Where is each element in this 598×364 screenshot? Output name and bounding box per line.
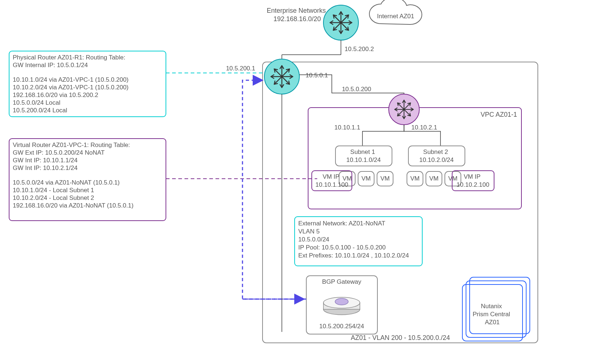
subnet2-gw: 10.10.2.1 bbox=[411, 124, 437, 131]
svg-text:192.168.16.0/20 via 10.5.200.2: 192.168.16.0/20 via 10.5.200.2 bbox=[13, 92, 98, 98]
svg-text:Internet AZ01: Internet AZ01 bbox=[377, 13, 414, 20]
svg-text:VM: VM bbox=[380, 175, 390, 182]
svg-text:IP Pool: 10.5.0.100 - 10.5.0.2: IP Pool: 10.5.0.100 - 10.5.0.200 bbox=[298, 244, 386, 251]
svg-text:External Network: AZ01-NoNAT: External Network: AZ01-NoNAT bbox=[298, 220, 385, 227]
subnet1-gw: 10.10.1.1 bbox=[334, 124, 360, 131]
vm-row: VM VM VM VM VM VM bbox=[339, 171, 461, 186]
svg-text:Physical Router AZ01-R1: Routi: Physical Router AZ01-R1: Routing Table: bbox=[13, 54, 125, 61]
bgp-title: BGP Gateway bbox=[322, 278, 361, 285]
bgp-to-physrouter-arrow bbox=[242, 80, 306, 299]
svg-text:10.10.1.0/24 via AZ01-VPC-1 (1: 10.10.1.0/24 via AZ01-VPC-1 (10.5.0.200) bbox=[13, 76, 129, 83]
svg-text:10.10.2.0/24 - Local Subnet 2: 10.10.2.0/24 - Local Subnet 2 bbox=[13, 194, 94, 201]
bgp-ip: 10.5.200.254/24 bbox=[319, 323, 364, 330]
svg-text:GW Int IP: 10.10.1.1/24: GW Int IP: 10.10.1.1/24 bbox=[13, 157, 78, 164]
subnet1-label: Subnet 1 10.10.1.0/24 bbox=[346, 148, 381, 163]
vpc-title: VPC AZ01-1 bbox=[481, 111, 517, 118]
vpc-router-ip: 10.5.0.200 bbox=[342, 86, 371, 93]
svg-point-49 bbox=[335, 298, 348, 305]
enterprise-link-ip: 10.5.200.2 bbox=[345, 46, 374, 53]
svg-text:10.10.1.0/24 - Local Subnet 1: 10.10.1.0/24 - Local Subnet 1 bbox=[13, 187, 94, 194]
svg-text:192.168.16.0/20 via AZ01-NoNAT: 192.168.16.0/20 via AZ01-NoNAT (10.5.0.1… bbox=[13, 202, 133, 209]
svg-text:VLAN 5: VLAN 5 bbox=[298, 228, 320, 235]
bgp-device-icon bbox=[323, 297, 360, 315]
svg-text:GW Internal IP: 10.5.0.1/24: GW Internal IP: 10.5.0.1/24 bbox=[13, 62, 88, 69]
svg-text:VM: VM bbox=[361, 175, 371, 182]
svg-text:10.5.200.0/24 Local: 10.5.200.0/24 Local bbox=[13, 107, 67, 114]
subnet2-label: Subnet 2 10.10.2.0/24 bbox=[419, 148, 454, 163]
physical-router-routing-box: Physical Router AZ01-R1: Routing Table: … bbox=[9, 51, 166, 117]
physical-router-icon bbox=[264, 59, 299, 94]
prism-central-stack: Nutanix Prism Central AZ01 bbox=[462, 277, 530, 341]
virtual-router-routing-box: Virtual Router AZ01-VPC-1: Routing Table… bbox=[9, 139, 166, 221]
svg-text:10.10.2.0/24 via AZ01-VPC-1 (1: 10.10.2.0/24 via AZ01-VPC-1 (10.5.0.200) bbox=[13, 84, 129, 91]
internet-cloud: Internet AZ01 bbox=[369, 0, 422, 24]
enterprise-label: Enterprise Networks 192.168.16.0/20 bbox=[267, 7, 327, 23]
vpc-container bbox=[308, 108, 521, 209]
svg-text:Ext Prefixes: 10.10.1.0/24 , 1: Ext Prefixes: 10.10.1.0/24 , 10.10.2.0/2… bbox=[298, 252, 409, 259]
svg-text:Virtual Router AZ01-VPC-1: Rou: Virtual Router AZ01-VPC-1: Routing Table… bbox=[13, 142, 130, 148]
svg-text:GW Ext IP: 10.5.0.200/24 NoNAT: GW Ext IP: 10.5.0.200/24 NoNAT bbox=[13, 149, 105, 156]
svg-text:VM: VM bbox=[448, 175, 458, 182]
svg-text:10.5.0.0/24 Local: 10.5.0.0/24 Local bbox=[13, 99, 60, 106]
svg-text:VM: VM bbox=[429, 175, 439, 182]
svg-text:GW Int IP: 10.10.2.1/24: GW Int IP: 10.10.2.1/24 bbox=[13, 164, 78, 171]
vm2-ip-label: VM IP 10.10.2.100 bbox=[457, 173, 489, 188]
vpc-router-icon bbox=[389, 94, 419, 125]
enterprise-router-icon bbox=[323, 5, 358, 40]
svg-text:VM: VM bbox=[410, 175, 420, 182]
svg-text:Nutanix
      Prism Central
  : Nutanix Prism Central AZ01 bbox=[473, 303, 512, 326]
svg-text:10.5.0.0/24: 10.5.0.0/24 bbox=[298, 236, 329, 243]
az01-footer-label: AZ01 - VLAN 200 - 10.5.200.0./24 bbox=[351, 334, 450, 341]
phys-router-lan-ip: 10.5.0.1 bbox=[306, 72, 328, 79]
external-network-box: External Network: AZ01-NoNAT VLAN 5 10.5… bbox=[295, 217, 422, 266]
svg-text:10.5.0.0/24 via AZ01-NoNAT (10: 10.5.0.0/24 via AZ01-NoNAT (10.5.0.1) bbox=[13, 179, 120, 186]
phys-router-wan-ip: 10.5.200.1 bbox=[226, 65, 255, 72]
